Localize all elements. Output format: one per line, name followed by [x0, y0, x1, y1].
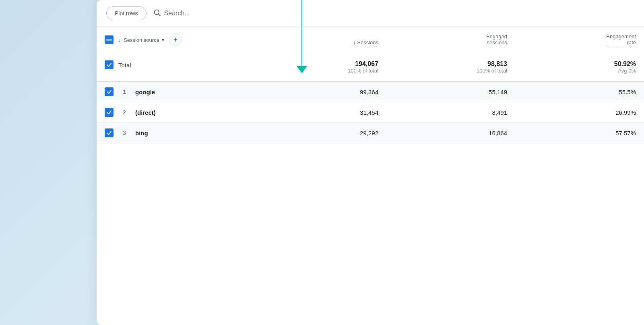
total-engaged-cell: 98,813 100% of total — [386, 53, 515, 82]
search-input[interactable] — [164, 10, 245, 17]
session-source-header: ↓ Session source ▾ — [118, 37, 164, 43]
row-checkbox[interactable] — [105, 108, 114, 117]
table-row: 2 (direct) 31,454 8,491 26.99% — [97, 102, 644, 123]
sort-down-icon: ↓ — [118, 37, 121, 43]
total-sessions-cell: 194,067 100% of total — [258, 53, 386, 82]
row-dim-cell: 2 (direct) — [97, 102, 258, 123]
row-sessions: 99,364 — [258, 81, 386, 102]
toolbar: Plot rows — [97, 0, 644, 27]
row-engaged: 55,149 — [386, 81, 515, 102]
table-header-row: ↓ Session source ▾ + ↓ Sessions — [97, 27, 644, 53]
select-all-checkbox[interactable] — [105, 35, 114, 44]
total-rate-sub: Avg 0% — [523, 68, 636, 74]
th-dimension: ↓ Session source ▾ + — [97, 27, 258, 53]
main-card: Plot rows — [97, 0, 644, 325]
table-container: ↓ Session source ▾ + ↓ Sessions — [97, 27, 644, 325]
row-rate: 57.57% — [515, 123, 644, 143]
data-table: ↓ Session source ▾ + ↓ Sessions — [97, 27, 644, 143]
search-container — [153, 8, 634, 19]
row-engaged: 8,491 — [386, 102, 515, 123]
row-dim-cell: 3 bing — [97, 123, 258, 143]
sessions-col-label: ↓ Sessions — [353, 39, 378, 46]
table-row: 1 google 99,364 55,149 55.5% — [97, 81, 644, 102]
row-dim-cell: 1 google — [97, 81, 258, 102]
engaged-sessions-col-label: Engagedsessions — [486, 33, 507, 46]
dropdown-icon[interactable]: ▾ — [162, 37, 164, 43]
row-sessions: 29,292 — [258, 123, 386, 143]
search-icon — [153, 8, 161, 19]
th-engaged-sessions: Engagedsessions — [386, 27, 515, 53]
total-sessions-sub: 100% of total — [266, 68, 378, 74]
row-engaged: 16,864 — [386, 123, 515, 143]
row-number: 3 — [118, 130, 130, 136]
total-checkbox[interactable] — [105, 60, 114, 69]
add-column-button[interactable]: + — [169, 33, 182, 46]
total-engaged-sub: 100% of total — [394, 68, 507, 74]
table-row: 3 bing 29,292 16,864 57.57% — [97, 123, 644, 143]
total-dim-cell: Total — [97, 53, 258, 82]
row-rate: 55.5% — [515, 81, 644, 102]
total-sessions-value: 194,067 — [266, 60, 378, 68]
total-label: Total — [118, 62, 131, 68]
total-rate-cell: 50.92% Avg 0% — [515, 53, 644, 82]
engagement-rate-col-label: Engagementrate — [606, 33, 636, 46]
row-name: (direct) — [135, 109, 156, 116]
row-sessions: 31,454 — [258, 102, 386, 123]
svg-line-1 — [158, 14, 160, 16]
sort-down-icon-sessions: ↓ — [353, 39, 357, 46]
total-row: Total 194,067 100% of total 98,813 100% … — [97, 53, 644, 82]
th-engagement-rate: Engagementrate — [515, 27, 644, 53]
row-number: 1 — [118, 89, 130, 95]
row-rate: 26.99% — [515, 102, 644, 123]
dimension-label: Session source — [124, 37, 159, 43]
row-checkbox[interactable] — [105, 128, 114, 137]
row-name: google — [135, 89, 155, 95]
row-name: bing — [135, 130, 148, 137]
plot-rows-button[interactable]: Plot rows — [106, 6, 147, 20]
total-rate-value: 50.92% — [523, 60, 636, 68]
svg-rect-2 — [106, 39, 112, 41]
th-sessions: ↓ Sessions — [258, 27, 386, 53]
row-checkbox[interactable] — [105, 87, 114, 96]
row-number: 2 — [118, 109, 130, 116]
total-engaged-value: 98,813 — [394, 60, 507, 68]
